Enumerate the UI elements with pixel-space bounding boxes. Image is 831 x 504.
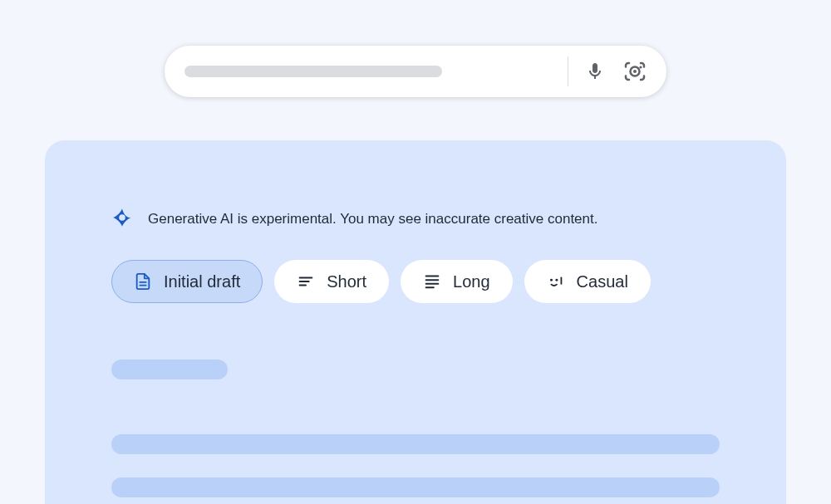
svg-point-14 — [555, 279, 558, 281]
chip-short[interactable]: Short — [274, 260, 389, 303]
placeholder-line — [111, 477, 720, 497]
chip-long[interactable]: Long — [401, 260, 513, 303]
search-input-placeholder[interactable] — [184, 66, 442, 77]
disclaimer-row: Generative AI is experimental. You may s… — [111, 207, 720, 232]
placeholder-line — [111, 434, 720, 454]
svg-point-13 — [550, 279, 553, 281]
chip-label: Initial draft — [164, 272, 240, 291]
chip-casual[interactable]: Casual — [524, 260, 651, 303]
sparkle-icon — [111, 207, 133, 232]
search-bar[interactable] — [165, 46, 666, 97]
search-container — [0, 0, 831, 97]
camera-lens-icon[interactable] — [623, 60, 647, 83]
short-text-icon — [297, 272, 315, 291]
chip-label: Short — [327, 272, 366, 291]
document-icon — [134, 272, 152, 291]
content-panel: Generative AI is experimental. You may s… — [45, 140, 786, 504]
search-divider — [568, 56, 568, 86]
content-placeholder — [111, 360, 720, 504]
long-text-icon — [423, 272, 441, 291]
disclaimer-text: Generative AI is experimental. You may s… — [148, 211, 597, 228]
casual-emoticon-icon — [547, 272, 565, 291]
microphone-icon[interactable] — [585, 61, 605, 81]
chips-row: Initial draft Short — [111, 260, 720, 303]
svg-point-1 — [633, 70, 637, 73]
chip-label: Long — [453, 272, 490, 291]
placeholder-line — [111, 360, 228, 379]
search-icons — [585, 60, 647, 83]
chip-label: Casual — [577, 272, 628, 291]
chip-initial-draft[interactable]: Initial draft — [111, 260, 263, 303]
svg-point-2 — [639, 66, 642, 68]
svg-point-3 — [119, 214, 125, 221]
